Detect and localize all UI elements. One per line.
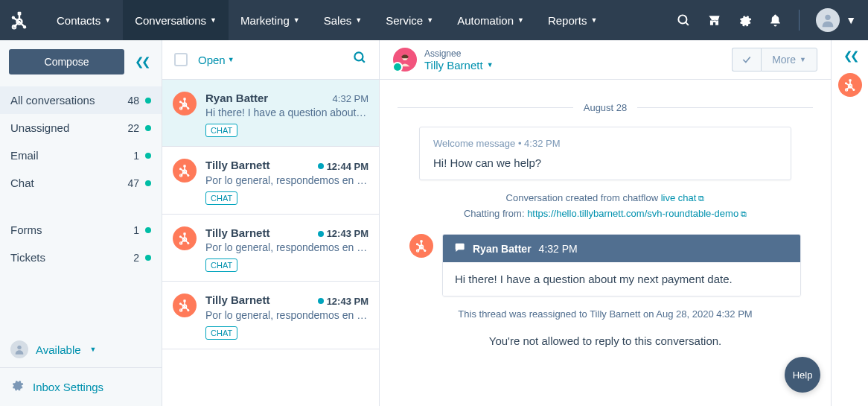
channel-badge: CHAT	[205, 326, 237, 340]
availability-toggle[interactable]: Available	[0, 332, 162, 367]
search-icon[interactable]	[677, 13, 691, 28]
message-sender: Ryan Batter	[473, 243, 532, 255]
hubspot-logo-icon[interactable]	[9, 10, 30, 31]
nav-item-service[interactable]: Service	[374, 0, 445, 40]
conversation-preview: Por lo general, respondemos en u…	[205, 174, 368, 186]
chatting-from-text: Chatting from: https://hello.tillybarnet…	[398, 208, 813, 219]
conversation-time: 4:32 PM	[333, 93, 368, 104]
unread-dot-icon	[318, 163, 324, 169]
date-label: August 28	[573, 102, 638, 113]
conversation-list: Open Ryan Batter4:32 PMHi there! I have …	[162, 40, 380, 406]
status-dot-icon	[145, 98, 151, 104]
chevron-down-icon	[228, 56, 234, 63]
more-label: More	[772, 54, 796, 66]
chevron-down-icon	[517, 16, 524, 24]
nav-item-automation[interactable]: Automation	[445, 0, 536, 40]
chat-icon	[453, 241, 465, 256]
nav-item-conversations[interactable]: Conversations	[123, 0, 229, 40]
sidebar: Compose All conversations48Unassigned22E…	[0, 40, 162, 406]
chevron-down-icon	[427, 16, 433, 24]
conversation-item[interactable]: Ryan Batter4:32 PMHi there! I have a que…	[162, 80, 379, 147]
sidebar-item-email[interactable]: Email1	[0, 142, 162, 169]
bell-icon[interactable]	[768, 13, 782, 28]
assignee-name: Tilly Barnett	[424, 59, 494, 72]
conversation-time: 12:43 PM	[318, 228, 368, 239]
status-dot-icon	[145, 255, 151, 261]
nav-item-reports[interactable]: Reports	[536, 0, 609, 40]
chevron-down-icon	[90, 346, 97, 353]
sidebar-item-all-conversations[interactable]: All conversations48	[0, 86, 162, 114]
search-icon[interactable]	[353, 51, 367, 69]
no-reply-notice: You're not allowed to reply to this conv…	[398, 334, 813, 347]
svg-point-12	[679, 15, 687, 23]
expand-rail-icon[interactable]	[843, 49, 857, 63]
contact-logo-icon[interactable]	[838, 73, 862, 97]
sidebar-item-unassigned[interactable]: Unassigned22	[0, 114, 162, 142]
message-body: Hi there! I have a question about my nex…	[443, 262, 800, 296]
conversation-detail: Assignee Tilly Barnett More Au	[380, 40, 831, 406]
nav-item-contacts[interactable]: Contacts	[45, 0, 123, 40]
conversation-name: Tilly Barnett	[205, 294, 269, 306]
assignee-selector[interactable]: Assignee Tilly Barnett	[393, 48, 494, 72]
assignee-label: Assignee	[424, 48, 494, 59]
sidebar-item-forms[interactable]: Forms1	[0, 216, 162, 244]
svg-point-14	[354, 52, 363, 60]
unread-dot-icon	[318, 231, 324, 237]
select-all-checkbox[interactable]	[174, 53, 188, 66]
marketplace-icon[interactable]	[707, 13, 721, 28]
chevron-down-icon	[846, 14, 856, 26]
more-button[interactable]: More	[761, 48, 817, 72]
conversation-preview: Por lo general, respondemos en u…	[205, 241, 368, 253]
gear-icon	[10, 378, 24, 396]
avatar-icon	[816, 8, 840, 32]
conversation-time: 12:43 PM	[318, 296, 368, 307]
channel-badge: CHAT	[205, 258, 237, 272]
sidebar-item-chat[interactable]: Chat47	[0, 169, 162, 197]
nav-item-sales[interactable]: Sales	[312, 0, 374, 40]
assignee-avatar-icon	[393, 48, 417, 72]
conversation-item[interactable]: Tilly Barnett12:44 PMPor lo general, res…	[162, 147, 379, 215]
conversation-time: 12:44 PM	[318, 161, 368, 172]
sidebar-item-tickets[interactable]: Tickets2	[0, 244, 162, 271]
created-from-text: Conversation created from chatflow live …	[398, 192, 813, 203]
availability-label: Available	[36, 343, 81, 356]
channel-badge: CHAT	[205, 191, 237, 205]
nav-item-marketing[interactable]: Marketing	[229, 0, 312, 40]
unread-dot-icon	[318, 298, 324, 304]
external-link-icon: ⧉	[698, 194, 704, 203]
status-dot-icon	[145, 125, 151, 131]
source-url-link[interactable]: https://hello.tillybarnett.com/svh-round…	[527, 208, 738, 219]
conversation-preview: Por lo general, respondemos en u…	[205, 309, 368, 321]
checkmark-button[interactable]	[732, 48, 761, 72]
account-menu[interactable]	[816, 8, 856, 32]
conversation-name: Tilly Barnett	[205, 159, 269, 171]
collapse-sidebar-icon[interactable]	[130, 51, 153, 73]
welcome-header: Welcome message • 4:32 PM	[433, 138, 777, 149]
conversation-item[interactable]: Tilly Barnett12:43 PMPor lo general, res…	[162, 215, 379, 282]
nav-divider	[799, 10, 800, 31]
conversation-name: Ryan Batter	[205, 92, 268, 104]
chevron-down-icon	[800, 56, 806, 63]
chevron-down-icon	[487, 61, 494, 69]
chevron-down-icon	[355, 16, 362, 24]
svg-line-13	[686, 22, 689, 25]
chatflow-link[interactable]: live chat	[661, 192, 697, 203]
external-link-icon: ⧉	[741, 209, 747, 218]
message-row: Ryan Batter 4:32 PM Hi there! I have a q…	[409, 234, 801, 296]
status-filter[interactable]: Open	[198, 54, 234, 66]
conversation-preview: Hi there! I have a question about …	[205, 107, 368, 118]
help-button[interactable]: Help	[785, 357, 820, 393]
conversation-name: Tilly Barnett	[205, 226, 269, 239]
message-time: 4:32 PM	[539, 243, 578, 255]
inbox-settings-label: Inbox Settings	[33, 381, 103, 393]
right-rail	[831, 40, 868, 406]
gear-icon[interactable]	[738, 13, 752, 28]
contact-avatar-icon	[173, 92, 197, 115]
conversation-item[interactable]: Tilly Barnett12:43 PMPor lo general, res…	[162, 282, 379, 349]
welcome-text: Hi! How can we help?	[433, 156, 777, 169]
inbox-settings-link[interactable]: Inbox Settings	[0, 367, 162, 406]
compose-button[interactable]: Compose	[9, 49, 124, 74]
date-divider: August 28	[398, 102, 813, 113]
chevron-down-icon	[590, 16, 597, 24]
status-filter-label: Open	[198, 54, 226, 66]
